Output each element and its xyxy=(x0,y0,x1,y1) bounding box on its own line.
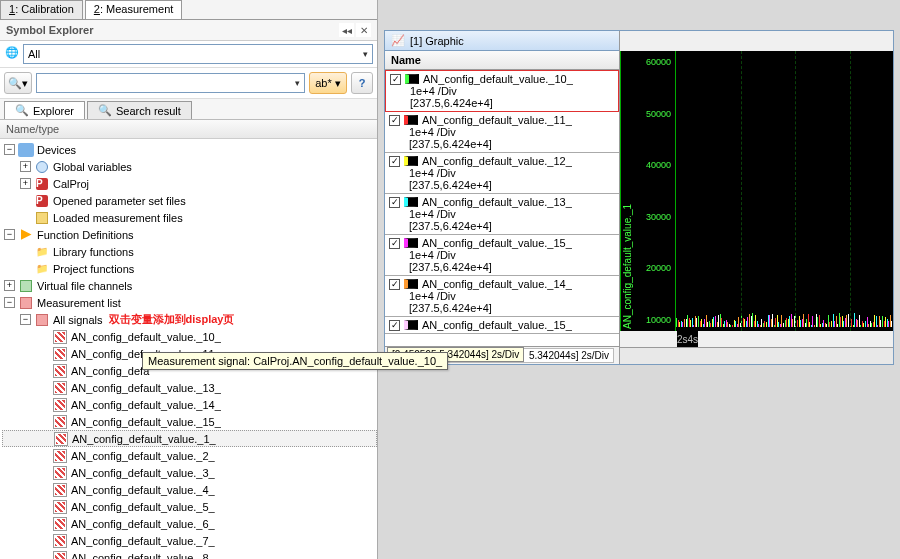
signal-icon xyxy=(53,364,67,378)
signal-icon xyxy=(53,398,67,412)
color-swatch xyxy=(404,320,418,330)
left-panel: 1: Calibration 2: Measurement Symbol Exp… xyxy=(0,0,378,559)
window-rewind-icon[interactable]: ◂◂ xyxy=(339,23,354,37)
signals-icon xyxy=(36,314,48,326)
tree-signal-row[interactable]: AN_config_default_value._15_ xyxy=(2,413,377,430)
signal-icon xyxy=(53,534,67,548)
tab-measurement[interactable]: 2: Measurement xyxy=(85,0,183,19)
folder-icon: 📁 xyxy=(34,245,50,259)
y-axis-label: AN_config_default_value._1 xyxy=(620,51,634,331)
graphic-list-item[interactable]: ✓AN_config_default_value._10_1e+4 /Div[2… xyxy=(385,70,619,112)
color-swatch xyxy=(404,115,418,125)
color-swatch xyxy=(405,74,419,84)
signal-icon xyxy=(53,483,67,497)
globe-icon: 🌐 xyxy=(4,46,20,62)
graphic-list-item[interactable]: ✓AN_config_default_value._15_1e+4 /Div[2… xyxy=(385,235,619,276)
signal-icon xyxy=(53,517,67,531)
signal-icon xyxy=(53,381,67,395)
instruction-note: 双击变量添加到display页 xyxy=(109,312,235,327)
filter-input[interactable] xyxy=(36,73,305,93)
x-axis: 2s4s xyxy=(677,331,698,347)
tree-node-all-signals[interactable]: −All signals双击变量添加到display页 xyxy=(2,311,377,328)
tree-node-opened-param[interactable]: POpened parameter set files xyxy=(2,192,377,209)
tree-node-measurement-list[interactable]: −Measurement list xyxy=(2,294,377,311)
tree-signal-row[interactable]: AN_config_default_value._10_ xyxy=(2,328,377,345)
signal-icon xyxy=(53,449,67,463)
graphic-window-header[interactable]: 📈 [1] Graphic xyxy=(385,31,619,51)
tree-signal-row[interactable]: AN_config_default_value._8_ xyxy=(2,549,377,559)
graphic-list-item[interactable]: ✓AN_config_default_value._12_1e+4 /Div[2… xyxy=(385,153,619,194)
checkbox-icon[interactable]: ✓ xyxy=(389,156,400,167)
tree-signal-row[interactable]: AN_config_default_value._5_ xyxy=(2,498,377,515)
graphic-list-body: ✓AN_config_default_value._10_1e+4 /Div[2… xyxy=(385,70,619,346)
column-header-name[interactable]: Name/type xyxy=(0,120,377,139)
tree-node-devices[interactable]: −Devices xyxy=(2,141,377,158)
tree-signal-row[interactable]: AN_config_default_value._14_ xyxy=(2,396,377,413)
plot-horizontal-scrollbar[interactable] xyxy=(620,347,893,364)
symbol-explorer-header: Symbol Explorer ◂◂ ✕ xyxy=(0,20,377,41)
filter-row: 🔍▾ ab* ▾ ? xyxy=(0,68,377,99)
color-swatch xyxy=(404,238,418,248)
tab-calibration[interactable]: 1: Calibration xyxy=(0,0,83,19)
signal-icon xyxy=(53,551,67,560)
tree-node-calproj[interactable]: +PCalProj xyxy=(2,175,377,192)
symbol-tree: −Devices +Global variables +PCalProj POp… xyxy=(0,139,377,559)
channel-icon xyxy=(20,280,32,292)
device-icon xyxy=(18,143,34,157)
tree-node-loaded-meas[interactable]: Loaded measurement files xyxy=(2,209,377,226)
graphic-column-name[interactable]: Name xyxy=(385,51,619,70)
search-button[interactable]: 🔍▾ xyxy=(4,72,32,94)
window-close-icon[interactable]: ✕ xyxy=(356,23,371,37)
signal-icon xyxy=(53,415,67,429)
checkbox-icon[interactable]: ✓ xyxy=(389,115,400,126)
signal-tooltip: Measurement signal: CalProj.AN_config_de… xyxy=(142,352,448,370)
graphic-list-item[interactable]: ✓AN_config_default_value._15_ xyxy=(385,317,619,334)
color-swatch xyxy=(404,197,418,207)
tree-signal-row[interactable]: AN_config_default_value._6_ xyxy=(2,515,377,532)
project-icon: P xyxy=(36,178,48,190)
tree-node-lib-fn[interactable]: 📁Library functions xyxy=(2,243,377,260)
signal-icon xyxy=(53,347,67,361)
plot-noise xyxy=(676,311,893,327)
checkbox-icon[interactable]: ✓ xyxy=(389,238,400,249)
checkbox-icon[interactable]: ✓ xyxy=(389,320,400,331)
checkbox-icon[interactable]: ✓ xyxy=(389,279,400,290)
help-button[interactable]: ? xyxy=(351,72,373,94)
tree-signal-row[interactable]: AN_config_default_value._3_ xyxy=(2,464,377,481)
tree-signal-row[interactable]: AN_config_default_value._4_ xyxy=(2,481,377,498)
tree-signal-row[interactable]: AN_config_default_value._2_ xyxy=(2,447,377,464)
tree-node-virtual-channels[interactable]: +Virtual file channels xyxy=(2,277,377,294)
ab-filter-button[interactable]: ab* ▾ xyxy=(309,72,347,94)
measurement-file-icon xyxy=(36,212,48,224)
graphic-window: 📈 [1] Graphic Name ✓AN_config_default_va… xyxy=(384,30,894,365)
graphic-list-item[interactable]: ✓AN_config_default_value._14_1e+4 /Div[2… xyxy=(385,276,619,317)
scope-combo[interactable]: All xyxy=(23,44,373,64)
subtab-search-result[interactable]: 🔍 Search result xyxy=(87,101,192,119)
measurement-list-icon xyxy=(20,297,32,309)
graphic-list-item[interactable]: ✓AN_config_default_value._13_1e+4 /Div[2… xyxy=(385,194,619,235)
subtab-explorer[interactable]: 🔍 Explorer xyxy=(4,101,85,119)
globe-icon xyxy=(34,160,50,174)
checkbox-icon[interactable]: ✓ xyxy=(390,74,401,85)
graphic-plot-pane: AN_config_default_value._1 6000050000400… xyxy=(620,31,893,364)
signal-icon xyxy=(53,466,67,480)
tree-node-func-def[interactable]: −Function Definitions xyxy=(2,226,377,243)
signal-icon xyxy=(53,330,67,344)
tree-signal-row[interactable]: AN_config_default_value._13_ xyxy=(2,379,377,396)
sub-tabstrip: 🔍 Explorer 🔍 Search result xyxy=(0,99,377,120)
graphic-list-item[interactable]: ✓AN_config_default_value._11_1e+4 /Div[2… xyxy=(385,112,619,153)
filter-combo-row: 🌐 All xyxy=(0,41,377,68)
symbol-explorer-title: Symbol Explorer xyxy=(6,24,339,36)
tree-node-global-vars[interactable]: +Global variables xyxy=(2,158,377,175)
tree-node-proj-fn[interactable]: 📁Project functions xyxy=(2,260,377,277)
tree-signal-row[interactable]: AN_config_default_value._7_ xyxy=(2,532,377,549)
graphic-signal-list: 📈 [1] Graphic Name ✓AN_config_default_va… xyxy=(385,31,620,364)
folder-icon: 📁 xyxy=(34,262,50,276)
function-icon xyxy=(21,229,32,240)
signal-icon xyxy=(53,500,67,514)
checkbox-icon[interactable]: ✓ xyxy=(389,197,400,208)
main-tabstrip: 1: Calibration 2: Measurement xyxy=(0,0,377,20)
plot-canvas[interactable] xyxy=(676,51,893,331)
plot-area[interactable]: AN_config_default_value._1 6000050000400… xyxy=(620,51,893,331)
tree-signal-row[interactable]: AN_config_default_value._1_ xyxy=(2,430,377,447)
